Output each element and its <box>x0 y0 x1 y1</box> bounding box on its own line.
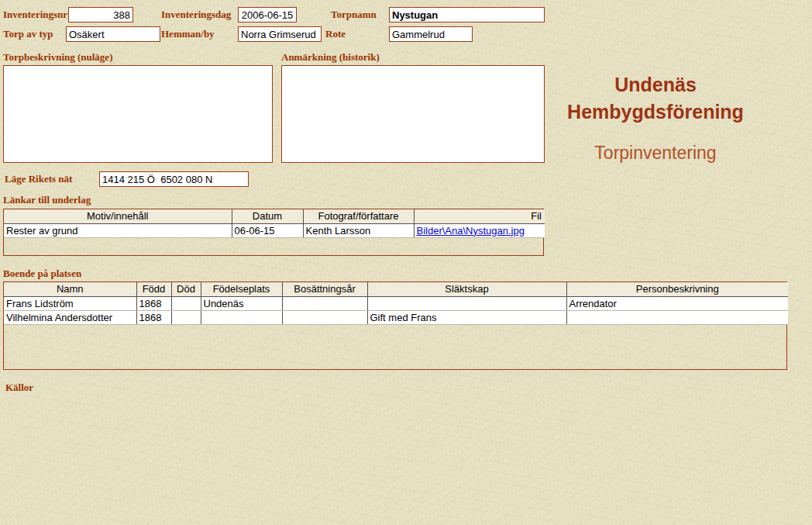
boende-cell-fodelseplats[interactable]: Undenäs <box>201 296 282 310</box>
lankar-header-fotograf: Fotograf/författare <box>303 209 414 223</box>
boende-header-fodd: Född <box>136 282 171 296</box>
boende-row: Frans Lidström 1868 Undenäs Arrendator <box>4 296 788 310</box>
kallor-label: Källor <box>5 382 33 393</box>
boende-cell-fodd[interactable]: 1868 <box>136 296 171 310</box>
boende-cell-bosattningsar[interactable] <box>282 296 367 310</box>
lankar-table: Motiv/innehåll Datum Fotograf/författare… <box>4 209 545 238</box>
boende-cell-personbeskrivning[interactable]: Arrendator <box>566 296 788 310</box>
boende-header-dod: Död <box>171 282 201 296</box>
boende-cell-slaktskap[interactable]: Gift med Frans <box>367 310 566 324</box>
boende-cell-fodelseplats[interactable] <box>201 310 282 324</box>
torp-av-typ-label: Torp av typ <box>3 29 53 40</box>
torpbeskrivning-label: Torpbeskrivning (nuläge) <box>3 52 112 63</box>
org-title: Undenäs Hembygdsförening <box>542 71 769 126</box>
lage-rikets-nat-input[interactable] <box>99 171 249 187</box>
inventeringsdag-label: Inventeringsdag <box>161 9 231 20</box>
boende-header-fodelseplats: Födelseplats <box>201 282 282 296</box>
lankar-table-box: Motiv/innehåll Datum Fotograf/författare… <box>3 209 544 256</box>
boende-cell-fodd[interactable]: 1868 <box>136 310 171 324</box>
lankar-cell-fotograf[interactable]: Kenth Larsson <box>303 223 414 237</box>
anmarkning-textarea[interactable] <box>281 65 545 163</box>
lankar-header-datum: Datum <box>232 209 303 223</box>
torpnamn-label: Torpnamn <box>331 9 377 20</box>
boende-header-row: Namn Född Död Födelseplats Bosättningsår… <box>4 282 788 296</box>
lankar-cell-datum[interactable]: 06-06-15 <box>232 223 303 237</box>
boende-cell-dod[interactable] <box>171 296 201 310</box>
lankar-cell-fil: Bilder\Ana\Nystugan.jpg <box>414 223 545 237</box>
anmarkning-label: Anmärkning (historik) <box>281 52 380 63</box>
file-link[interactable]: Bilder\Ana\Nystugan.jpg <box>417 225 525 237</box>
lankar-header-fil: Fil <box>414 209 545 223</box>
rote-label: Rote <box>325 29 346 40</box>
boende-header-personbeskrivning: Personbeskrivning <box>566 282 788 296</box>
lankar-row: Rester av grund 06-06-15 Kenth Larsson B… <box>4 223 545 237</box>
boende-cell-bosattningsar[interactable] <box>282 310 367 324</box>
boende-cell-slaktskap[interactable] <box>367 296 566 310</box>
lankar-cell-motiv[interactable]: Rester av grund <box>4 223 232 237</box>
org-title-line2: Hembygdsförening <box>542 98 769 126</box>
boende-cell-namn[interactable]: Vilhelmina Andersdotter <box>4 310 136 324</box>
hemman-by-label: Hemman/by <box>161 29 215 40</box>
hemman-by-input[interactable] <box>238 26 322 42</box>
torp-av-typ-input[interactable] <box>66 26 160 42</box>
lage-rikets-nat-label: Läge Rikets nät <box>5 174 72 185</box>
torpbeskrivning-textarea[interactable] <box>3 65 273 163</box>
boende-cell-dod[interactable] <box>171 310 201 324</box>
lankar-header-row: Motiv/innehåll Datum Fotograf/författare… <box>4 209 545 223</box>
boende-header-namn: Namn <box>4 282 136 296</box>
boende-table: Namn Född Död Födelseplats Bosättningsår… <box>4 282 788 325</box>
torpinventering-form: Inventeringsnr Inventeringsdag Torpnamn … <box>0 0 812 525</box>
boende-header-bosattningsar: Bosättningsår <box>282 282 367 296</box>
lankar-header-motiv: Motiv/innehåll <box>4 209 232 223</box>
torpnamn-input[interactable] <box>389 7 545 22</box>
inventeringsnr-label: Inventeringsnr <box>3 9 67 20</box>
boende-row: Vilhelmina Andersdotter 1868 Gift med Fr… <box>4 310 788 324</box>
app-subtitle: Torpinventering <box>542 143 769 164</box>
inventeringsdag-input[interactable] <box>238 7 297 22</box>
org-title-line1: Undenäs <box>542 71 769 98</box>
boende-cell-namn[interactable]: Frans Lidström <box>4 296 136 310</box>
rote-input[interactable] <box>389 26 473 42</box>
boende-cell-personbeskrivning[interactable] <box>566 310 788 324</box>
boende-header-slaktskap: Släktskap <box>367 282 566 296</box>
inventeringsnr-input[interactable] <box>68 7 133 22</box>
boende-heading: Boende på platsen <box>3 268 81 279</box>
boende-table-box: Namn Född Död Födelseplats Bosättningsår… <box>3 281 787 370</box>
lankar-heading: Länkar till underlag <box>3 195 91 206</box>
